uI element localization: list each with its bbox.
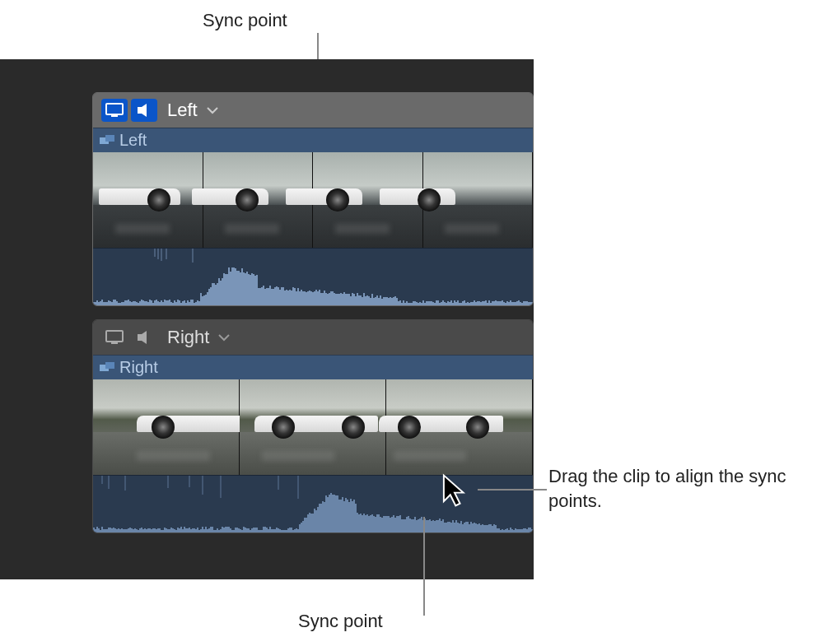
audio-track-right[interactable] xyxy=(93,475,533,532)
waveform-left xyxy=(93,249,533,305)
svg-rect-6 xyxy=(111,342,118,344)
timeline-panel: Left Left xyxy=(0,59,534,579)
monitor-icon xyxy=(105,103,124,118)
audio-toggle-right[interactable] xyxy=(131,326,157,349)
thumbnail xyxy=(423,152,534,248)
lane-header-left: Left xyxy=(93,93,533,128)
svg-rect-5 xyxy=(106,331,123,342)
chevron-down-icon[interactable] xyxy=(206,106,219,114)
thumbnail xyxy=(240,379,386,475)
callout-line-bottom xyxy=(423,517,425,616)
thumbnail xyxy=(386,379,533,475)
lane-title-right: Right xyxy=(167,327,209,348)
audio-track-left[interactable] xyxy=(93,248,533,305)
speaker-icon xyxy=(136,103,152,118)
thumbnail xyxy=(93,152,203,248)
audio-toggle-left[interactable] xyxy=(131,99,157,122)
video-toggle-left[interactable] xyxy=(101,99,128,122)
svg-rect-9 xyxy=(105,362,114,369)
clip-label-left: Left xyxy=(119,131,147,150)
clip-icon xyxy=(100,362,114,374)
svg-marker-2 xyxy=(138,104,147,117)
clip-header-right[interactable]: Right xyxy=(93,355,533,379)
svg-rect-0 xyxy=(106,104,123,114)
callout-sync-bottom: Sync point xyxy=(298,609,383,634)
chevron-down-icon[interactable] xyxy=(217,333,231,342)
clip-header-left[interactable]: Left xyxy=(93,128,533,152)
video-toggle-right[interactable] xyxy=(101,326,128,349)
clip-label-right: Right xyxy=(119,358,158,377)
waveform-right xyxy=(93,476,533,532)
thumbnail xyxy=(93,379,240,475)
clip-icon xyxy=(100,135,114,146)
angle-lane-left[interactable]: Left Left xyxy=(92,92,534,306)
speaker-icon xyxy=(136,330,152,345)
thumbnails-right[interactable] xyxy=(93,379,533,475)
svg-marker-7 xyxy=(138,331,147,344)
monitor-icon xyxy=(105,330,124,345)
callout-drag-hint: Drag the clip to align the sync points. xyxy=(548,464,820,513)
svg-rect-4 xyxy=(105,135,114,142)
lane-title-left: Left xyxy=(167,100,198,121)
svg-rect-1 xyxy=(111,115,118,117)
callout-sync-top: Sync point xyxy=(203,8,287,33)
angle-lane-right[interactable]: Right Right xyxy=(92,319,534,533)
thumbnails-left[interactable] xyxy=(93,152,533,248)
gutter xyxy=(0,59,92,579)
lane-header-right: Right xyxy=(93,320,533,355)
callout-line-right xyxy=(478,489,547,491)
